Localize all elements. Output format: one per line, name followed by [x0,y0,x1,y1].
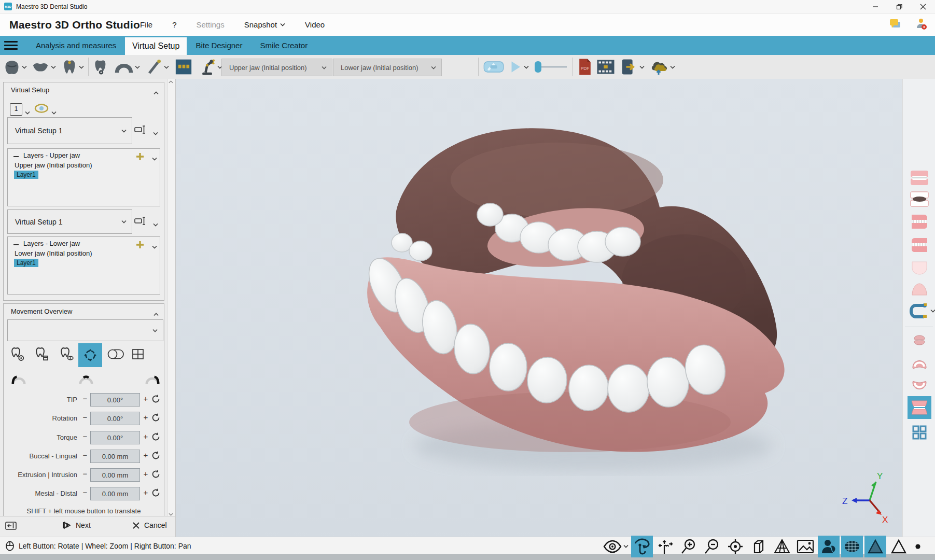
increment-button[interactable]: + [142,432,150,443]
collapse-panel-icon[interactable] [5,521,17,530]
virtual-setup-select-upper[interactable]: Virtual Setup 1 [7,117,132,144]
reset-icon[interactable] [151,394,162,405]
tab-virtual-setup[interactable]: Virtual Setup [125,37,187,55]
menu-help[interactable]: ? [172,20,176,29]
pdf-export-icon[interactable]: PDF [576,55,594,79]
chevron-down-icon[interactable] [623,544,629,548]
play-icon[interactable] [508,55,523,79]
messages-icon[interactable] [888,18,902,32]
export-panel-icon[interactable] [619,55,638,79]
zoom-out-button[interactable] [701,536,723,557]
menu-file[interactable]: File [140,20,152,29]
layer-chip[interactable]: Layer1 [14,171,38,179]
increment-button[interactable]: + [142,413,150,424]
decrement-button[interactable]: − [81,488,89,499]
both-arches-view-button[interactable] [909,331,930,349]
tab-analysis-and-measures[interactable]: Analysis and measures [27,36,125,55]
reset-icon[interactable] [151,469,162,481]
add-layer-icon[interactable] [135,152,145,163]
chevron-down-icon[interactable] [78,55,85,79]
chevron-down-icon[interactable] [523,55,530,79]
restore-button[interactable] [887,0,911,13]
increment-button[interactable]: + [142,451,150,462]
collapse-up-icon[interactable] [153,309,159,318]
left-side-view-button[interactable] [909,235,930,254]
tab-bite-designer[interactable]: Bite Designer [187,36,251,55]
lower-jaw-view-button[interactable] [909,280,930,299]
chevron-down-icon[interactable] [152,243,157,250]
collapse-minus-icon[interactable] [13,241,19,249]
decrement-button[interactable]: − [81,394,89,405]
patient-view-button[interactable] [818,536,840,557]
video-export-icon[interactable] [595,55,616,79]
visibility-eye-button[interactable] [602,536,630,557]
step-number-button[interactable]: 1 [10,103,22,116]
menu-video[interactable]: Video [305,20,325,29]
value-input[interactable]: 0.00° [90,393,140,407]
open-bite-view-button[interactable] [909,190,930,208]
chevron-down-icon[interactable] [163,55,170,79]
close-button[interactable] [911,0,935,13]
cloud-upload-icon[interactable] [647,55,670,79]
reset-icon[interactable] [151,451,162,462]
tooth-lock-icon[interactable] [33,345,51,363]
menu-settings[interactable]: Settings [197,20,225,29]
layers-upper-item[interactable]: Upper jaw (Initial position) [15,161,92,169]
ipr-icon[interactable] [173,55,194,79]
bounding-box-button[interactable] [748,536,770,557]
lower-jaw-select[interactable]: Lower jaw (Initial position) [333,59,442,76]
scroll-up-icon[interactable] [169,80,173,83]
multi-view-grid-button[interactable] [909,423,930,442]
occlusion-toggle-icon[interactable] [106,345,125,363]
articulator-robot-icon[interactable] [196,55,217,79]
value-input[interactable]: 0.00° [90,431,140,444]
tooth-visibility-icon[interactable] [58,345,76,363]
collapse-up-icon[interactable] [153,88,159,97]
increment-button[interactable]: + [142,469,150,481]
point-size-dot[interactable] [911,536,925,557]
chevron-down-icon[interactable] [134,55,141,79]
tab-smile-creator[interactable]: Smile Creator [251,36,316,55]
reset-icon[interactable] [151,413,162,424]
probe-icon[interactable] [144,55,164,79]
add-layer-icon[interactable] [135,240,145,251]
chevron-down-icon[interactable] [25,107,30,117]
tooth-select[interactable] [7,319,163,341]
rotate-tool-button[interactable] [631,536,653,557]
grid-view-icon[interactable] [130,345,146,363]
chevron-down-icon[interactable] [51,107,57,117]
tooth-icon[interactable] [60,55,79,79]
layer-chip[interactable]: Layer1 [14,259,38,267]
decrement-button[interactable]: − [81,432,89,443]
upper-jaw-view-button[interactable] [909,258,930,277]
front-view-button[interactable] [909,169,930,187]
menu-snapshot[interactable]: Snapshot [244,20,285,29]
pan-tool-button[interactable] [654,536,676,557]
tooth-move-icon[interactable] [9,345,26,363]
upper-occlusal-view-button[interactable] [909,354,930,372]
screenshot-image-button[interactable] [794,536,816,557]
zoom-in-button[interactable] [678,536,700,557]
next-button[interactable]: Next [62,521,91,529]
minimize-button[interactable] [863,0,887,13]
value-input[interactable]: 0.00 mm [90,450,140,463]
reset-icon[interactable] [151,432,162,443]
lower-occlusal-view-button[interactable] [909,376,930,395]
value-input[interactable]: 0.00° [90,412,140,425]
upper-jaw-model-icon[interactable] [2,55,22,79]
chevron-down-icon[interactable] [153,219,158,229]
decrement-button[interactable]: − [81,413,89,424]
layers-lower-item[interactable]: Lower jaw (Initial position) [15,249,92,257]
chevron-down-icon[interactable] [930,309,935,313]
chevron-down-icon[interactable] [638,55,646,79]
chevron-down-icon[interactable] [50,55,57,79]
collapse-minus-icon[interactable] [13,153,19,161]
virtual-setup-select-lower[interactable]: Virtual Setup 1 [7,209,132,234]
increment-button[interactable]: + [142,488,150,499]
reset-icon[interactable] [151,488,162,499]
panel-scrollbar[interactable] [167,79,175,517]
wireframe-shading-button[interactable] [888,536,910,557]
chevron-down-icon[interactable] [153,128,158,137]
chevron-down-icon[interactable] [669,55,676,79]
animation-slider[interactable] [531,55,569,79]
